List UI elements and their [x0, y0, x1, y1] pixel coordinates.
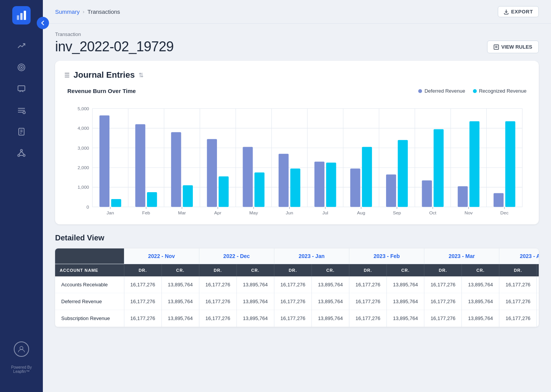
value-cell: 16,177,276: [274, 310, 311, 327]
breadcrumb-separator: ›: [83, 9, 84, 15]
value-cell: 13,895,764: [462, 276, 499, 293]
table-wrapper: 2022 - Nov 2022 - Dec 2023 - Jan 2023 - …: [55, 248, 539, 327]
journal-entries-card: ☰ Journal Entries ⇅ Revenue Burn Over Ti…: [55, 61, 539, 224]
view-rules-button[interactable]: VIEW RULES: [487, 41, 539, 53]
deferred-dot: [418, 89, 422, 93]
dec-dr: DR.: [199, 264, 236, 277]
detailed-view: Detailed View 2022 - Nov 2022 - Dec 2023…: [55, 234, 539, 327]
svg-text:Mar: Mar: [178, 210, 186, 215]
svg-text:Jul: Jul: [322, 210, 328, 215]
value-cell: 16,177,276: [199, 293, 236, 310]
sort-icon[interactable]: ⇅: [139, 72, 143, 79]
value-cell: 16,177,276: [124, 293, 161, 310]
svg-rect-49: [171, 132, 181, 207]
export-button[interactable]: EXPORT: [498, 6, 539, 17]
value-cell: 13,895,764: [387, 310, 424, 327]
value-cell: 13,895,764: [462, 293, 499, 310]
svg-text:Feb: Feb: [142, 210, 150, 215]
col-2022-nov: 2022 - Nov: [124, 248, 199, 264]
svg-rect-94: [494, 193, 504, 207]
svg-point-5: [21, 67, 22, 68]
journal-entries-icon: ☰: [64, 72, 70, 79]
feb-cr: CR.: [387, 264, 424, 277]
value-cell: 16,177,276: [499, 293, 537, 310]
value-cell: 16,177,276: [424, 310, 462, 327]
transaction-label: Transaction: [55, 31, 174, 37]
chart-header: Revenue Burn Over Time Deferred Revenue …: [67, 88, 527, 94]
svg-text:Apr: Apr: [214, 210, 222, 215]
detailed-table: 2022 - Nov 2022 - Dec 2023 - Jan 2023 - …: [55, 248, 539, 327]
user-avatar[interactable]: [14, 341, 29, 357]
chart-legend: Deferred Revenue Recognized Revenue: [418, 88, 527, 94]
svg-rect-79: [386, 175, 396, 207]
svg-point-10: [23, 111, 25, 114]
chart-area: 0 1,000 2,000 3,000 4,000 5,000 JanFebMa…: [67, 100, 527, 215]
view-rules-label: VIEW RULES: [501, 44, 532, 50]
svg-rect-22: [494, 45, 499, 49]
sidebar-item-messages[interactable]: [12, 80, 31, 98]
svg-text:Dec: Dec: [500, 210, 509, 215]
recognized-label: Recognized Revenue: [479, 88, 527, 94]
svg-text:Jan: Jan: [107, 210, 114, 215]
svg-rect-2: [24, 11, 26, 20]
value-cell: 13,895,764: [161, 310, 199, 327]
account-name-cell: Subscription Revenue: [55, 310, 124, 327]
svg-text:Sep: Sep: [393, 210, 401, 215]
svg-rect-55: [218, 176, 228, 207]
sidebar-toggle[interactable]: [37, 17, 49, 29]
svg-point-21: [20, 346, 23, 350]
svg-rect-1: [20, 13, 23, 20]
svg-rect-80: [398, 140, 408, 207]
value-cell: 16,177,276: [424, 293, 462, 310]
svg-text:May: May: [249, 210, 258, 215]
breadcrumb-summary[interactable]: Summary: [55, 8, 80, 15]
content-area: ☰ Journal Entries ⇅ Revenue Burn Over Ti…: [43, 61, 551, 392]
value-cell: 13,895,: [537, 293, 539, 310]
svg-rect-44: [135, 124, 145, 207]
svg-rect-59: [243, 147, 253, 207]
sidebar-item-documents[interactable]: [12, 122, 31, 141]
account-name-cell: Accounts Receivable: [55, 276, 124, 293]
app-logo: [12, 6, 31, 24]
main-content: Summary › Transactions EXPORT Transactio…: [43, 0, 551, 392]
jan-cr: CR.: [311, 264, 349, 277]
svg-rect-90: [469, 121, 479, 207]
legend-recognized: Recognized Revenue: [473, 88, 527, 94]
deferred-label: Deferred Revenue: [424, 88, 465, 94]
svg-text:0: 0: [86, 204, 89, 210]
sidebar-item-targets[interactable]: [12, 58, 31, 77]
svg-rect-84: [422, 180, 432, 207]
sidebar-item-trends[interactable]: [12, 37, 31, 55]
apr-dr: DR.: [499, 264, 537, 277]
apr-cr: CR.: [537, 264, 539, 277]
chart-svg: 0 1,000 2,000 3,000 4,000 5,000 JanFebMa…: [67, 100, 527, 215]
value-cell: 13,895,764: [387, 276, 424, 293]
sidebar-item-search[interactable]: [12, 101, 31, 119]
col-2023-feb: 2023 - Feb: [349, 248, 424, 264]
table-row: Accounts Receivable16,177,27613,895,7641…: [55, 276, 539, 293]
value-cell: 16,177,276: [499, 276, 537, 293]
svg-rect-54: [207, 139, 217, 207]
svg-rect-0: [17, 15, 19, 20]
header: Summary › Transactions EXPORT: [43, 0, 551, 24]
svg-text:1,000: 1,000: [78, 185, 89, 190]
sidebar-item-network[interactable]: [12, 144, 31, 162]
table-body: Accounts Receivable16,177,27613,895,7641…: [55, 276, 539, 327]
col-2023-mar: 2023 - Mar: [424, 248, 499, 264]
svg-rect-6: [18, 86, 25, 91]
col-2023-jan: 2023 - Jan: [274, 248, 349, 264]
value-cell: 16,177,276: [199, 276, 236, 293]
transaction-id: inv_2022-02_19729: [55, 39, 174, 55]
value-cell: 16,177,276: [124, 310, 161, 327]
svg-text:Aug: Aug: [357, 210, 365, 215]
svg-point-17: [23, 155, 25, 157]
jan-dr: DR.: [274, 264, 311, 277]
svg-rect-45: [147, 192, 157, 207]
value-cell: 16,177,276: [199, 310, 236, 327]
value-cell: 13,895,764: [161, 293, 199, 310]
svg-text:Oct: Oct: [429, 210, 437, 215]
value-cell: 16,177,276: [349, 310, 386, 327]
page-header: Transaction inv_2022-02_19729 VIEW RULES: [43, 24, 551, 61]
svg-rect-75: [362, 147, 372, 207]
svg-rect-69: [315, 162, 324, 207]
